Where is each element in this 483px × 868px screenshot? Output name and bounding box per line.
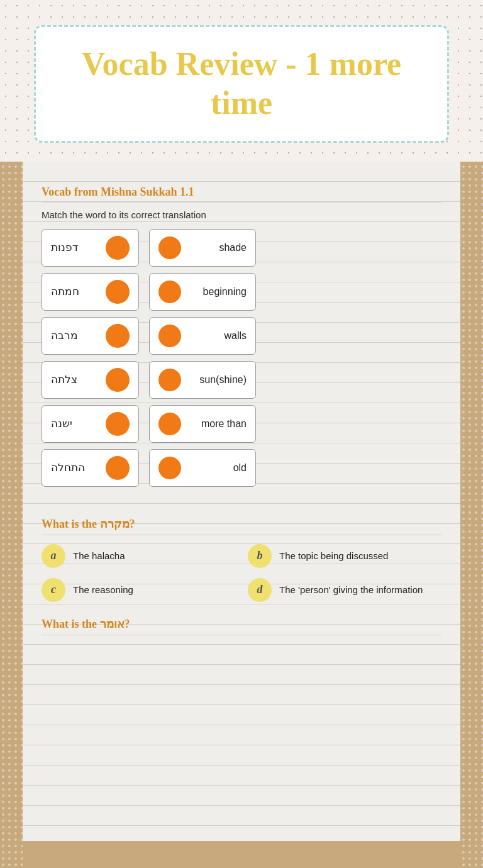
header-area: Vocab Review - 1 more time <box>0 0 483 162</box>
connector-circle-right-1[interactable] <box>158 236 181 259</box>
bottom-section-title: What is the אומר? <box>42 602 441 635</box>
option-letter-d: d <box>248 578 272 602</box>
quiz-option-b[interactable]: b The topic being discussed <box>248 544 441 568</box>
connector-circle-left-6[interactable] <box>106 456 130 480</box>
option-text-d: The 'person' giving the information <box>279 578 423 596</box>
connector-circle-left-1[interactable] <box>106 236 130 260</box>
connector-circle-right-6[interactable] <box>158 457 181 479</box>
connector-circle-right-5[interactable] <box>158 413 181 435</box>
table-row: צלתה sun(shine) <box>42 361 441 399</box>
connector-circle-right-3[interactable] <box>158 325 181 347</box>
english-word-2[interactable]: beginning <box>149 273 256 311</box>
main-content: Vocab from Mishna Sukkah 1.1 Match the w… <box>23 162 460 841</box>
hebrew-word-6[interactable]: התחלה <box>42 449 139 487</box>
option-letter-c: c <box>42 578 65 602</box>
option-letter-a: a <box>42 544 65 568</box>
table-row: דפנות shade <box>42 229 441 267</box>
connector-circle-left-3[interactable] <box>106 324 130 348</box>
hebrew-word-5[interactable]: ישנה <box>42 405 139 443</box>
option-text-a: The halacha <box>73 544 125 562</box>
table-row: ישנה more than <box>42 405 441 443</box>
option-text-c: The reasoning <box>73 578 133 596</box>
connector-circle-left-2[interactable] <box>106 280 130 304</box>
option-text-b: The topic being discussed <box>279 544 388 562</box>
connector-circle-right-4[interactable] <box>158 369 181 391</box>
quiz-options-grid: a The halacha b The topic being discusse… <box>42 544 441 602</box>
connector-circle-right-2[interactable] <box>158 281 181 303</box>
english-word-4[interactable]: sun(shine) <box>149 361 256 399</box>
quiz-option-a[interactable]: a The halacha <box>42 544 235 568</box>
english-word-5[interactable]: more than <box>149 405 256 443</box>
english-word-6[interactable]: old <box>149 449 256 487</box>
option-letter-b: b <box>248 544 272 568</box>
title-box: Vocab Review - 1 more time <box>34 25 449 143</box>
connector-circle-left-4[interactable] <box>106 368 130 392</box>
quiz-option-c[interactable]: c The reasoning <box>42 578 235 602</box>
page-title: Vocab Review - 1 more time <box>48 45 435 123</box>
vocab-instruction: Match the word to its correct translatio… <box>42 209 441 220</box>
quiz-section-title: What is the מקרה? <box>42 506 441 535</box>
english-word-1[interactable]: shade <box>149 229 256 267</box>
matching-container: דפנות shade חמתה beginning מרבה <box>42 229 441 487</box>
hebrew-word-4[interactable]: צלתה <box>42 361 139 399</box>
english-word-3[interactable]: walls <box>149 317 256 355</box>
table-row: מרבה walls <box>42 317 441 355</box>
quiz-option-d[interactable]: d The 'person' giving the information <box>248 578 441 602</box>
connector-circle-left-5[interactable] <box>106 412 130 436</box>
hebrew-word-1[interactable]: דפנות <box>42 229 139 267</box>
table-row: חמתה beginning <box>42 273 441 311</box>
vocab-section-title: Vocab from Mishna Sukkah 1.1 <box>42 174 441 203</box>
hebrew-word-2[interactable]: חמתה <box>42 273 139 311</box>
quiz-section: What is the מקרה? a The halacha b The to… <box>42 506 441 602</box>
hebrew-word-3[interactable]: מרבה <box>42 317 139 355</box>
table-row: התחלה old <box>42 449 441 487</box>
